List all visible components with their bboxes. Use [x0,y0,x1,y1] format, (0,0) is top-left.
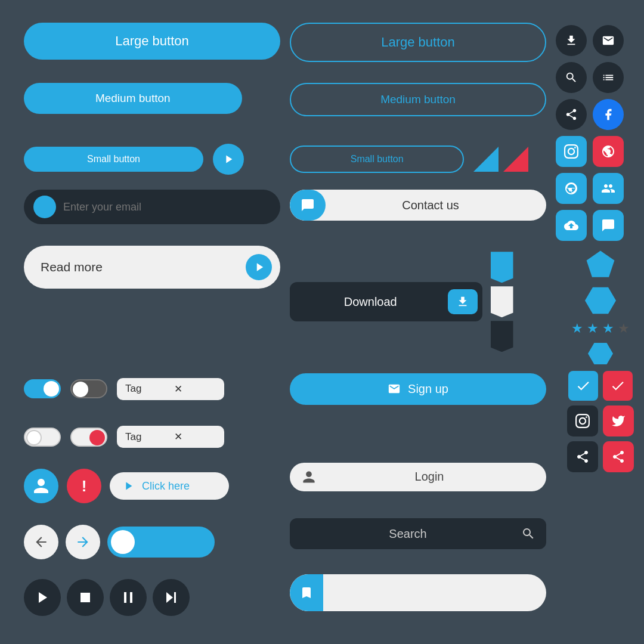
bookmark-bar[interactable] [290,574,546,611]
email-circle-icon-svg [602,34,615,47]
download-circle-icon-svg [565,34,578,47]
medium-button-filled[interactable]: Medium button [24,83,242,114]
toggle-thumb-off [73,382,88,397]
star-1: ★ [571,321,583,336]
check-icon-blue [575,378,591,394]
flag-blue [473,147,499,172]
download-icon [456,295,469,308]
ribbon-flag-dark [491,321,513,352]
share-circle-svg [565,108,578,121]
small-button-outline[interactable]: Small button [290,145,464,173]
download-container: Download [290,246,546,358]
read-more-label: Read more [41,260,103,274]
signup-button[interactable]: Sign up [290,373,546,405]
large-button-filled-row: Large button [24,23,280,75]
email-dot-icon [33,196,56,218]
click-here-button[interactable]: Click here [110,472,229,500]
email-icon [388,382,401,395]
users-svg [601,181,615,196]
toggle-thumb-on [44,381,59,397]
checkmark-blue[interactable] [568,371,598,401]
instagram-dark-sq[interactable] [567,405,598,436]
pentagon-shape [585,249,616,280]
large-button-outline[interactable]: Large button [290,23,546,62]
toggle-outline-off[interactable] [24,428,61,447]
search-icon [521,527,535,541]
pause-media-button[interactable] [110,579,147,616]
chrome-rounded-sq-icon[interactable] [593,136,624,167]
facebook-circle-svg [602,108,615,121]
chat-icon [301,198,315,212]
back-button[interactable] [24,525,58,559]
social-icon-row-bottom [567,405,634,436]
large-toggle-pill[interactable] [107,527,215,558]
toggles-tags-row2: Tag ✕ [24,419,280,454]
bookmark-icon-inner [290,574,323,611]
blob-toggle[interactable] [213,144,244,175]
share-red-sq[interactable] [603,441,634,472]
icon-row-4 [556,136,644,167]
check-icon-red [610,378,626,394]
small-button-filled[interactable]: Small button [24,147,203,172]
read-more-button[interactable]: Read more [24,246,280,289]
contact-us-container: Contact us [290,190,546,237]
share-dark-sq[interactable] [567,441,598,472]
svg-marker-1 [256,263,263,271]
read-more-container: Read more [24,246,280,358]
email-input-container [24,190,280,237]
forward-icon [75,534,91,550]
download-circle-icon[interactable] [556,25,587,56]
toggle-red[interactable] [70,428,107,447]
search-circle-icon[interactable] [556,62,587,93]
skip-media-icon [164,590,178,605]
cloud-rounded-sq-icon[interactable] [556,210,587,241]
download-button[interactable]: Download [290,282,482,321]
instagram-rounded-sq-icon[interactable] [556,136,587,167]
alert-icon[interactable]: ! [67,469,101,503]
email-input[interactable] [63,201,271,213]
checkmark-red[interactable] [603,371,633,401]
svg-marker-6 [166,592,173,603]
play-media-icon [35,590,49,605]
twitter-red-sq[interactable] [603,405,634,436]
back-icon [33,534,49,550]
icon-row-5 [556,173,644,204]
svg-rect-4 [124,592,126,603]
icon-row-1 [556,25,644,56]
large-button-outline-row: Large button [290,23,546,75]
toggle-off-dark[interactable] [70,379,107,398]
email-circle-icon[interactable] [593,25,624,56]
notification-row: ! Click here [24,463,280,510]
facebook-circle-icon[interactable] [593,99,624,130]
globe-rounded-sq-icon[interactable] [556,173,587,204]
tag-1-close[interactable]: ✕ [174,383,216,395]
nav-controls-row [24,518,280,565]
large-button-filled[interactable]: Large button [24,23,280,60]
chat-rounded-sq-icon[interactable] [593,210,624,241]
flag-group [473,147,528,172]
media-controls-row [24,574,280,621]
tag-2-close[interactable]: ✕ [174,431,216,443]
search-circle-svg [565,71,578,84]
skip-media-button[interactable] [153,579,190,616]
toggle-on-blue[interactable] [24,379,61,398]
bookmark-icon [299,586,314,600]
contact-us-button[interactable]: Contact us [290,190,546,221]
search-bar[interactable]: Search [290,518,546,549]
small-button-row: Small button [24,138,280,181]
arrow-right-icon [122,479,135,493]
icon-row-3 [556,99,644,130]
forward-button[interactable] [66,525,100,559]
small-button-outline-row: Small button [290,138,546,181]
share-circle-icon[interactable] [556,99,587,130]
list-circle-icon[interactable] [593,62,624,93]
user-bubble-icon[interactable] [24,469,58,503]
medium-button-outline[interactable]: Medium button [290,83,546,116]
login-button[interactable]: Login [290,463,546,491]
play-icon-button[interactable] [246,254,272,280]
play-media-button[interactable] [24,579,61,616]
users-rounded-sq-icon[interactable] [593,173,624,204]
star-3: ★ [602,321,614,336]
stop-media-button[interactable] [67,579,104,616]
svg-marker-11 [588,343,613,364]
